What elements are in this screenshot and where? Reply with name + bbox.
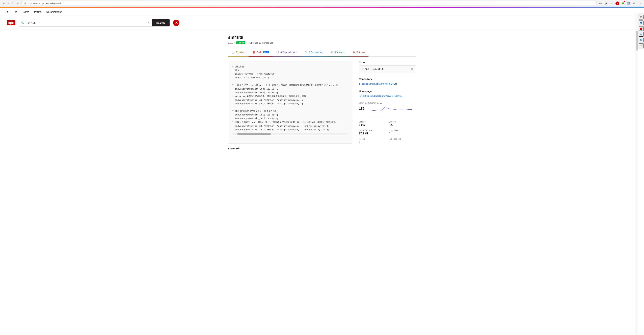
homepage-icon: 🔗 [359,95,362,97]
url-text: https://www.npmjs.com/package/sm4util [28,2,594,5]
tab-readme[interactable]: 📄 Readme [228,48,248,57]
tab-settings[interactable]: ⚙ Settings [349,48,368,57]
npm-logo: npm [7,20,16,25]
license-stat: License ISC [389,121,416,127]
refresh-sync-button[interactable]: 🔄 [626,1,630,6]
homepage-link[interactable]: 🔗 github.com/BubblingXuYijie/SM4Util#re.… [359,95,416,97]
versions-tab-label: 4 Versions [334,51,345,54]
repository-link[interactable]: ◆ github.com/BubblingXuYijie/SM4Util [359,82,416,85]
translate-button[interactable]: AA [598,1,603,6]
total-files-label: Total Files [389,129,416,132]
vertical-scrollbar-track[interactable] [636,14,638,157]
sidebar-add-btn[interactable]: ＋ [639,43,644,48]
homepage-url: github.com/BubblingXuYijie/SM4Util#re... [363,95,403,97]
sidebar-circle-btn[interactable]: ⬤ [639,26,644,31]
sidebar-person-btn[interactable]: 👤 [639,21,644,25]
settings-tab-icon: ⚙ [353,51,355,54]
address-bar[interactable]: 🔒 https://www.npmjs.com/package/sm4util [22,1,597,6]
keywords-title: Keywords [228,147,416,150]
install-command-content: > npm i sm4util [362,68,383,71]
nav-teams[interactable]: Teams [22,11,29,13]
nav-pricing[interactable]: Pricing [34,11,42,13]
code-tab-label: Code [256,51,262,54]
dependents-tab-icon: ⬡ [305,50,308,54]
profile-button[interactable]: M [616,2,619,5]
browser-nav-buttons: ← → ↻ ⌂ [2,2,20,5]
scrollbar-thumb[interactable] [237,133,271,135]
split-view-button[interactable]: ⊟ [632,1,636,6]
tab-dependents[interactable]: ⬡ 0 Dependents [301,48,327,57]
readme-code-content: * 调用方法： * 引入 import {SM4Util} from 'sm4u… [232,65,348,132]
package-meta: 1.0.5 • Public • Published 10 months ago [228,41,416,44]
favorites-button[interactable]: ☆ [610,1,614,6]
sidebar-outlook-btn[interactable]: ✉ [639,32,644,37]
version-label: Version [359,121,386,123]
chart-row: 159 [359,105,416,112]
copy-install-button[interactable]: ⧉ [411,68,413,71]
public-badge: Public [236,41,245,44]
issues-stat: Issues 0 [359,138,386,144]
read-aloud-button[interactable]: 🔊 [604,1,608,6]
nav-documentation[interactable]: Documentation [46,11,62,13]
install-command-box: > npm i sm4util ⧉ [359,66,416,73]
clear-search-button[interactable]: ✕ [145,21,152,25]
pull-requests-value: 0 [389,141,416,144]
tabs-row: 📄 Readme 📕 Code Beta ⬡ 0 Dependencies ⬡ … [228,48,416,57]
horizontal-scrollbar[interactable] [232,133,348,135]
keywords-section: Keywords [228,147,416,150]
version-stat: Version 1.0.5 [359,121,386,127]
unpacked-size-label: Unpacked Size [359,129,386,132]
pull-requests-label: Pull Requests [389,138,416,140]
user-avatar[interactable] [173,20,180,26]
repo-icon: ◆ [359,82,361,85]
search-button[interactable]: Search [152,19,170,27]
downloads-chart [369,105,416,112]
sidebar-twitter-btn[interactable]: 🐦 [639,38,644,42]
prompt-symbol: > [362,68,363,71]
tab-versions[interactable]: 🏷 4 Versions [327,48,349,57]
install-section: Install > npm i sm4util ⧉ [359,61,416,73]
search-container: 🔍 ✕ Search [19,19,170,27]
publish-date: Published 10 months ago [248,42,273,44]
readme-code-panel: * 调用方法： * 引入 import {SM4Util} from 'sm4u… [228,61,352,144]
version-value: 1.0.5 [359,124,386,127]
license-value: ISC [389,124,416,127]
home-button[interactable]: ⌂ [16,2,20,5]
vertical-scrollbar-thumb[interactable] [636,31,638,51]
nav-pro[interactable]: Pro [14,11,17,13]
install-title: Install [359,61,416,64]
browser-chrome: ← → ↻ ⌂ 🔒 https://www.npmjs.com/package/… [0,0,644,7]
more-button[interactable]: ⋯ [638,1,642,6]
readme-tab-icon: 📄 [232,51,234,54]
right-sidebar: Install > npm i sm4util ⧉ Repository ◆ g… [359,61,416,144]
extensions-button[interactable]: 🧩 [620,1,625,6]
total-files-stat: Total Files 4 [389,129,416,135]
readme-tab-label: Readme [236,51,245,54]
sidebar-panel-btn[interactable]: ⊞ [639,15,644,20]
package-title: sm4util [228,35,416,40]
search-bar-row: npm 🔍 ✕ Search [0,16,644,30]
license-label: License [389,121,416,123]
deps-tab-icon: ⬡ [276,50,279,54]
tab-code[interactable]: 📕 Code Beta [248,48,273,57]
chart-line [372,107,412,111]
beta-badge: Beta [263,51,269,53]
dependents-tab-label: 0 Dependents [309,51,323,54]
refresh-button[interactable]: ↻ [12,2,15,5]
repository-url: github.com/BubblingXuYijie/SM4Util [362,83,397,85]
deps-tab-label: 0 Dependencies [280,51,297,54]
versions-tab-icon: 🏷 [331,51,333,54]
tab-dependencies[interactable]: ⬡ 0 Dependencies [273,48,301,57]
pull-requests-stat: Pull Requests 0 [389,138,416,144]
heart-icon: ♥ [7,10,8,14]
search-icon: 🔍 [19,21,26,25]
stats-grid: Version 1.0.5 License ISC Unpacked Size … [359,121,416,144]
download-date-range: ↓ 2023-07-05 to 2023-07-11 [359,102,416,104]
package-version: 1.0.5 [228,42,233,44]
download-count: 159 [359,107,367,111]
issues-value: 0 [359,141,386,144]
homepage-section: Homepage 🔗 github.com/BubblingXuYijie/SM… [359,90,416,97]
search-input[interactable] [26,19,145,26]
forward-button[interactable]: → [7,2,10,5]
back-button[interactable]: ← [2,2,6,5]
